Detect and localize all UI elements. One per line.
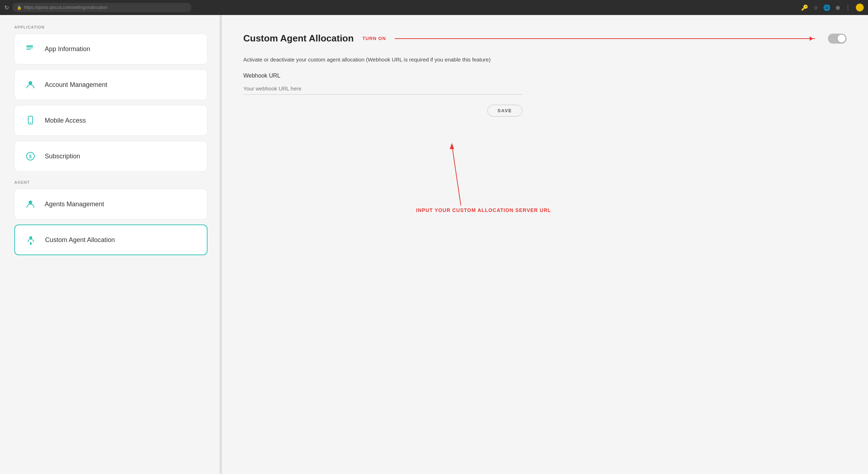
main-layout: APPLICATION App Information Account Mana… [0,15,868,474]
toggle-wrap[interactable] [828,34,847,44]
page-title: Custom Agent Allocation [243,33,354,44]
custom-agent-allocation-label: Custom Agent Allocation [45,236,115,244]
svg-text:$: $ [29,154,32,159]
webhook-label: Webhook URL [243,73,847,79]
account-mgmt-icon [23,78,38,92]
svg-marker-11 [450,143,454,149]
mobile-access-label: Mobile Access [45,117,86,124]
sidebar-item-agents-management[interactable]: Agents Management [14,189,208,219]
extension-icon: ⊕ [835,4,840,11]
lock-icon: 🔒 [17,5,22,10]
annotation-area: INPUT YOUR CUSTOM ALLOCATION SERVER URL [243,123,847,216]
app-information-label: App Information [45,45,90,53]
url-text: https://qismo.qiscus.com/settings#alloca… [24,5,107,10]
svg-point-5 [30,122,31,123]
browser-chrome: ↻ 🔒 https://qismo.qiscus.com/settings#al… [0,0,868,15]
star-icon[interactable]: ☆ [813,4,818,11]
svg-text:INPUT YOUR CUSTOM ALLOCATION S: INPUT YOUR CUSTOM ALLOCATION SERVER URL [416,207,551,213]
sidebar-item-custom-agent-allocation[interactable]: Custom Agent Allocation [14,224,208,255]
svg-rect-2 [26,49,31,50]
section-agent-label: AGENT [14,180,208,184]
svg-line-10 [452,145,461,206]
sidebar-item-account-management[interactable]: Account Management [14,69,208,100]
header-arrow-area [395,38,815,39]
sidebar-item-subscription[interactable]: $ Subscription [14,141,208,172]
turn-on-arrow [395,38,815,39]
agents-mgmt-icon [23,197,38,211]
avatar [856,4,864,11]
account-management-label: Account Management [45,81,107,89]
svg-rect-0 [26,45,33,47]
svg-rect-1 [26,48,33,48]
subscription-label: Subscription [45,153,80,160]
address-bar[interactable]: 🔒 https://qismo.qiscus.com/settings#allo… [13,3,191,12]
globe-icon: 🌐 [823,4,830,11]
content-area: Custom Agent Allocation TURN ON Activate… [222,15,868,474]
page-header: Custom Agent Allocation TURN ON [243,33,847,44]
refresh-icon[interactable]: ↻ [4,4,9,11]
svg-point-9 [29,236,32,239]
section-application-label: APPLICATION [14,25,208,29]
browser-controls: ↻ [4,4,9,11]
agents-management-label: Agents Management [45,201,104,208]
app-info-icon [23,42,38,56]
svg-point-3 [29,81,32,85]
allocation-toggle[interactable] [828,34,847,44]
browser-right-icons: 🔑 ☆ 🌐 ⊕ ⋮ [801,4,864,11]
custom-agent-icon [24,233,38,247]
sidebar-item-mobile-access[interactable]: Mobile Access [14,105,208,136]
save-button[interactable]: SAVE [487,105,522,117]
svg-point-8 [29,201,32,204]
key-icon: 🔑 [801,4,808,11]
sidebar-item-app-information[interactable]: App Information [14,34,208,64]
toggle-knob [838,35,845,43]
subscription-icon: $ [23,149,38,163]
sidebar-divider [220,15,222,474]
annotation-svg: INPUT YOUR CUSTOM ALLOCATION SERVER URL [243,123,847,216]
sidebar: APPLICATION App Information Account Mana… [0,15,222,474]
webhook-input[interactable] [243,83,522,95]
description-text: Activate or deactivate your custom agent… [243,55,522,64]
mobile-access-icon [23,113,38,128]
menu-icon[interactable]: ⋮ [845,4,851,11]
turn-on-label: TURN ON [362,36,386,41]
